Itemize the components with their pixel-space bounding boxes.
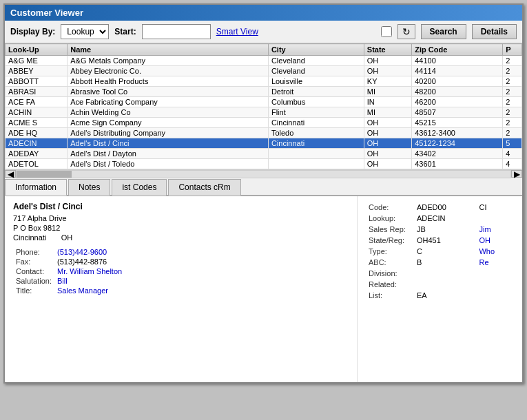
field-label: Contact: bbox=[13, 266, 54, 276]
right-field-value: B bbox=[414, 257, 476, 268]
right-field-row: ABC:BRe bbox=[366, 257, 514, 268]
scroll-left-btn[interactable]: ◀ bbox=[5, 170, 16, 178]
scrollbar-track[interactable] bbox=[16, 170, 511, 178]
company-name: Adel's Dist / Cinci bbox=[13, 202, 349, 211]
table-row[interactable]: ABRASIAbrasive Tool CoDetroitMI482002 bbox=[6, 87, 522, 97]
table-row[interactable]: A&G MEA&G Metals CompanyClevelandOH44100… bbox=[6, 56, 522, 66]
right-field-value bbox=[414, 268, 476, 279]
right-panel: Code:ADED00CILookup:ADECINSales Rep:JBJi… bbox=[357, 196, 522, 382]
table-row[interactable]: ABBOTTAbbott Health ProductsLouisvilleKY… bbox=[6, 76, 522, 87]
right-field-extra[interactable]: Re bbox=[476, 257, 514, 268]
field-value[interactable]: Mr. William Shelton bbox=[54, 266, 349, 276]
info-field-row: Contact:Mr. William Shelton bbox=[13, 266, 349, 276]
info-field-row: Salutation:Bill bbox=[13, 276, 349, 286]
address-line2: P O Box 9812 bbox=[13, 224, 349, 232]
table-row[interactable]: ACHINAchin Welding CoFlintMI485072 bbox=[6, 107, 522, 118]
right-field-row: State/Reg:OH451OH bbox=[366, 235, 514, 246]
bottom-area: Adel's Dist / Cinci 717 Alpha Drive P O … bbox=[5, 196, 522, 382]
right-field-value bbox=[414, 279, 476, 290]
tab-notes[interactable]: Notes bbox=[68, 179, 110, 196]
display-by-select[interactable]: Lookup bbox=[61, 24, 109, 39]
customer-grid: Look-Up Name City State Zip Code P A&G M… bbox=[5, 43, 522, 169]
grid-header-row: Look-Up Name City State Zip Code P bbox=[6, 44, 522, 56]
details-button[interactable]: Details bbox=[472, 24, 517, 39]
grid-body: A&G MEA&G Metals CompanyClevelandOH44100… bbox=[6, 56, 522, 169]
col-city[interactable]: City bbox=[268, 44, 364, 56]
right-field-extra bbox=[476, 279, 514, 290]
toolbar: Display By: Lookup Start: Smart View ↻ S… bbox=[5, 21, 522, 43]
table-row[interactable]: ACME SAcme Sign CompanyCincinnatiOH45215… bbox=[6, 118, 522, 128]
field-label: Title: bbox=[13, 286, 54, 295]
right-field-label: Code: bbox=[366, 202, 414, 213]
smart-view-link[interactable]: Smart View bbox=[216, 27, 258, 36]
right-field-row: Division: bbox=[366, 268, 514, 279]
horizontal-scrollbar[interactable]: ◀ ▶ bbox=[5, 169, 522, 178]
refresh-button[interactable]: ↻ bbox=[397, 24, 415, 39]
tab-contacts-crm[interactable]: Contacts cRm bbox=[168, 179, 240, 196]
right-field-value: EA bbox=[414, 290, 476, 301]
scroll-right-btn[interactable]: ▶ bbox=[511, 170, 522, 178]
right-field-label: State/Reg: bbox=[366, 235, 414, 246]
right-field-label: Related: bbox=[366, 279, 414, 290]
right-field-value: OH451 bbox=[414, 235, 476, 246]
right-field-label: List: bbox=[366, 290, 414, 301]
field-value[interactable]: (513)442-9600 bbox=[54, 247, 349, 257]
right-field-extra[interactable]: OH bbox=[476, 235, 514, 246]
info-field-row: Phone:(513)442-9600 bbox=[13, 247, 349, 257]
right-field-label: Division: bbox=[366, 268, 414, 279]
grid-table: Look-Up Name City State Zip Code P A&G M… bbox=[5, 43, 522, 169]
field-value[interactable]: Sales Manager bbox=[54, 286, 349, 295]
right-field-extra bbox=[476, 290, 514, 301]
main-window: Customer Viewer Display By: Lookup Start… bbox=[3, 3, 524, 384]
right-field-extra[interactable]: Jim bbox=[476, 224, 514, 235]
field-label: Phone: bbox=[13, 247, 54, 257]
col-lookup[interactable]: Look-Up bbox=[6, 44, 68, 56]
right-field-row: Code:ADED00CI bbox=[366, 202, 514, 213]
col-zip[interactable]: Zip Code bbox=[412, 44, 503, 56]
field-label: Salutation: bbox=[13, 276, 54, 286]
search-button[interactable]: Search bbox=[421, 24, 466, 39]
city-value: Cincinnati bbox=[13, 233, 46, 242]
right-field-extra bbox=[476, 268, 514, 279]
state-value: OH bbox=[61, 233, 73, 242]
right-field-extra[interactable]: Who bbox=[476, 246, 514, 257]
scrollbar-thumb[interactable] bbox=[17, 171, 72, 178]
tab-dist-codes[interactable]: ist Codes bbox=[112, 179, 167, 196]
right-field-extra bbox=[476, 213, 514, 224]
field-value: (513)442-8876 bbox=[54, 257, 349, 266]
col-state[interactable]: State bbox=[364, 44, 411, 56]
table-row[interactable]: ACE FAAce Fabricating CompanyColumbusIN4… bbox=[6, 97, 522, 107]
table-row[interactable]: ADE HQAdel's Distributing CompanyToledoO… bbox=[6, 128, 522, 138]
right-field-value: ADECIN bbox=[414, 213, 476, 224]
right-field-value: C bbox=[414, 246, 476, 257]
right-field-row: Type:CWho bbox=[366, 246, 514, 257]
right-fields-table: Code:ADED00CILookup:ADECINSales Rep:JBJi… bbox=[366, 202, 514, 301]
right-field-label: ABC: bbox=[366, 257, 414, 268]
right-field-row: List:EA bbox=[366, 290, 514, 301]
field-label: Fax: bbox=[13, 257, 54, 266]
start-input[interactable] bbox=[142, 24, 211, 39]
right-field-label: Lookup: bbox=[366, 213, 414, 224]
tabs-container: InformationNotesist CodesContacts cRm bbox=[5, 179, 522, 196]
display-by-label: Display By: bbox=[10, 27, 55, 36]
table-row[interactable]: ADETOLAdel's Dist / ToledoOH436014 bbox=[6, 159, 522, 169]
title-bar: Customer Viewer bbox=[5, 5, 522, 21]
col-p[interactable]: P bbox=[503, 44, 522, 56]
right-field-value: JB bbox=[414, 224, 476, 235]
table-row[interactable]: ADEDAYAdel's Dist / DaytonOH434024 bbox=[6, 149, 522, 159]
table-row[interactable]: ABBEYAbbey Electronic Co.ClevelandOH4411… bbox=[6, 66, 522, 76]
address-line1: 717 Alpha Drive bbox=[13, 214, 349, 222]
smart-view-checkbox[interactable] bbox=[381, 26, 392, 37]
city-state-row: Cincinnati OH bbox=[13, 233, 349, 242]
col-name[interactable]: Name bbox=[68, 44, 269, 56]
tab-information[interactable]: Information bbox=[5, 179, 67, 196]
table-row[interactable]: ADECINAdel's Dist / CinciCincinnatiOH451… bbox=[6, 138, 522, 149]
right-field-extra: CI bbox=[476, 202, 514, 213]
info-field-row: Title:Sales Manager bbox=[13, 286, 349, 295]
right-field-row: Lookup:ADECIN bbox=[366, 213, 514, 224]
field-value[interactable]: Bill bbox=[54, 276, 349, 286]
right-field-value: ADED00 bbox=[414, 202, 476, 213]
right-field-label: Sales Rep: bbox=[366, 224, 414, 235]
window-title: Customer Viewer bbox=[10, 8, 83, 18]
info-field-row: Fax:(513)442-8876 bbox=[13, 257, 349, 266]
